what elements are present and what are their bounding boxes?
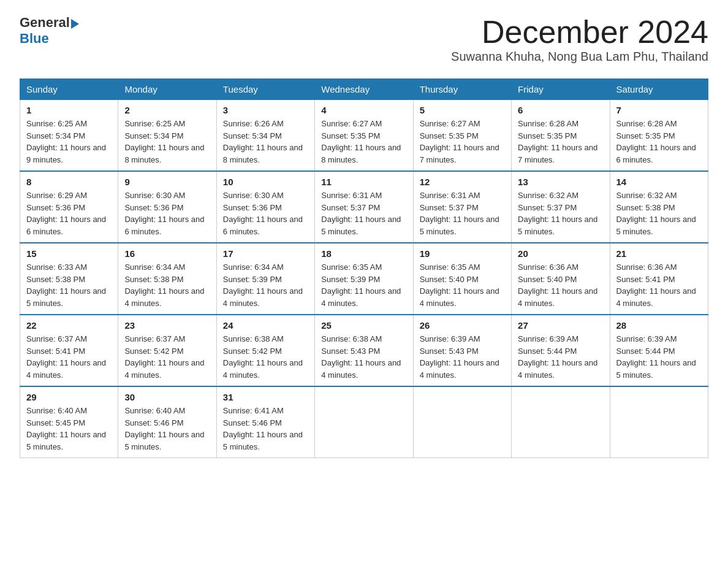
calendar-cell: 30 Sunrise: 6:40 AMSunset: 5:46 PMDaylig… <box>118 386 216 458</box>
day-info: Sunrise: 6:34 AMSunset: 5:39 PMDaylight:… <box>223 262 303 308</box>
day-info: Sunrise: 6:40 AMSunset: 5:46 PMDaylight:… <box>124 406 204 451</box>
calendar-cell: 27 Sunrise: 6:39 AMSunset: 5:44 PMDaylig… <box>512 315 610 386</box>
calendar-cell: 11 Sunrise: 6:31 AMSunset: 5:37 PMDaylig… <box>315 171 413 243</box>
calendar-cell: 3 Sunrise: 6:26 AMSunset: 5:34 PMDayligh… <box>216 100 314 172</box>
calendar-cell: 29 Sunrise: 6:40 AMSunset: 5:45 PMDaylig… <box>20 386 118 458</box>
calendar-table: SundayMondayTuesdayWednesdayThursdayFrid… <box>20 79 708 458</box>
day-header-sunday: Sunday <box>20 79 118 100</box>
day-header-tuesday: Tuesday <box>216 79 314 100</box>
calendar-cell <box>610 386 708 458</box>
day-info: Sunrise: 6:39 AMSunset: 5:44 PMDaylight:… <box>616 334 696 380</box>
day-number: 31 <box>223 392 308 402</box>
calendar-cell <box>413 386 511 458</box>
calendar-cell: 21 Sunrise: 6:36 AMSunset: 5:41 PMDaylig… <box>610 243 708 315</box>
calendar-week-row: 29 Sunrise: 6:40 AMSunset: 5:45 PMDaylig… <box>20 386 708 458</box>
day-info: Sunrise: 6:27 AMSunset: 5:35 PMDaylight:… <box>420 119 499 164</box>
day-header-friday: Friday <box>512 79 610 100</box>
day-number: 19 <box>420 248 505 259</box>
day-info: Sunrise: 6:30 AMSunset: 5:36 PMDaylight:… <box>223 191 303 236</box>
day-number: 1 <box>26 105 112 115</box>
calendar-cell: 13 Sunrise: 6:32 AMSunset: 5:37 PMDaylig… <box>512 171 610 243</box>
calendar-cell: 31 Sunrise: 6:41 AMSunset: 5:46 PMDaylig… <box>216 386 314 458</box>
calendar-cell: 7 Sunrise: 6:28 AMSunset: 5:35 PMDayligh… <box>610 100 708 172</box>
calendar-cell: 24 Sunrise: 6:38 AMSunset: 5:42 PMDaylig… <box>216 315 314 386</box>
day-header-wednesday: Wednesday <box>315 79 413 100</box>
day-info: Sunrise: 6:32 AMSunset: 5:37 PMDaylight:… <box>518 191 597 236</box>
calendar-cell: 9 Sunrise: 6:30 AMSunset: 5:36 PMDayligh… <box>118 171 216 243</box>
day-info: Sunrise: 6:35 AMSunset: 5:39 PMDaylight:… <box>321 262 401 308</box>
logo-blue-text: Blue <box>20 31 49 47</box>
day-number: 28 <box>616 320 702 331</box>
day-number: 29 <box>26 392 112 402</box>
location-subtitle: Suwanna Khuha, Nong Bua Lam Phu, Thailan… <box>451 50 708 64</box>
calendar-cell: 23 Sunrise: 6:37 AMSunset: 5:42 PMDaylig… <box>118 315 216 386</box>
calendar-cell: 15 Sunrise: 6:33 AMSunset: 5:38 PMDaylig… <box>20 243 118 315</box>
day-info: Sunrise: 6:38 AMSunset: 5:42 PMDaylight:… <box>223 334 303 380</box>
day-number: 10 <box>223 177 308 187</box>
day-info: Sunrise: 6:33 AMSunset: 5:38 PMDaylight:… <box>26 262 106 308</box>
day-info: Sunrise: 6:26 AMSunset: 5:34 PMDaylight:… <box>223 119 303 164</box>
day-info: Sunrise: 6:36 AMSunset: 5:41 PMDaylight:… <box>616 262 696 308</box>
calendar-cell: 5 Sunrise: 6:27 AMSunset: 5:35 PMDayligh… <box>413 100 511 172</box>
day-number: 27 <box>518 320 603 331</box>
calendar-cell: 16 Sunrise: 6:34 AMSunset: 5:38 PMDaylig… <box>118 243 216 315</box>
calendar-cell: 12 Sunrise: 6:31 AMSunset: 5:37 PMDaylig… <box>413 171 511 243</box>
day-info: Sunrise: 6:40 AMSunset: 5:45 PMDaylight:… <box>26 406 106 451</box>
day-number: 18 <box>321 248 406 259</box>
day-number: 2 <box>124 105 210 115</box>
day-number: 30 <box>124 392 210 402</box>
day-header-monday: Monday <box>118 79 216 100</box>
day-info: Sunrise: 6:41 AMSunset: 5:46 PMDaylight:… <box>223 406 303 451</box>
calendar-week-row: 22 Sunrise: 6:37 AMSunset: 5:41 PMDaylig… <box>20 315 708 386</box>
day-number: 13 <box>518 177 603 187</box>
day-number: 23 <box>124 320 210 331</box>
calendar-cell: 1 Sunrise: 6:25 AMSunset: 5:34 PMDayligh… <box>20 100 118 172</box>
calendar-cell: 19 Sunrise: 6:35 AMSunset: 5:40 PMDaylig… <box>413 243 511 315</box>
day-number: 21 <box>616 248 702 259</box>
day-info: Sunrise: 6:35 AMSunset: 5:40 PMDaylight:… <box>420 262 499 308</box>
calendar-cell: 2 Sunrise: 6:25 AMSunset: 5:34 PMDayligh… <box>118 100 216 172</box>
day-info: Sunrise: 6:31 AMSunset: 5:37 PMDaylight:… <box>321 191 401 236</box>
day-number: 25 <box>321 320 406 331</box>
day-info: Sunrise: 6:38 AMSunset: 5:43 PMDaylight:… <box>321 334 401 380</box>
day-info: Sunrise: 6:37 AMSunset: 5:42 PMDaylight:… <box>124 334 204 380</box>
day-info: Sunrise: 6:32 AMSunset: 5:38 PMDaylight:… <box>616 191 696 236</box>
calendar-cell: 28 Sunrise: 6:39 AMSunset: 5:44 PMDaylig… <box>610 315 708 386</box>
day-info: Sunrise: 6:28 AMSunset: 5:35 PMDaylight:… <box>616 119 696 164</box>
calendar-cell <box>315 386 413 458</box>
day-info: Sunrise: 6:36 AMSunset: 5:40 PMDaylight:… <box>518 262 597 308</box>
day-header-saturday: Saturday <box>610 79 708 100</box>
day-info: Sunrise: 6:25 AMSunset: 5:34 PMDaylight:… <box>26 119 106 164</box>
calendar-cell: 25 Sunrise: 6:38 AMSunset: 5:43 PMDaylig… <box>315 315 413 386</box>
day-number: 4 <box>321 105 406 115</box>
day-number: 26 <box>420 320 505 331</box>
day-number: 12 <box>420 177 505 187</box>
day-number: 17 <box>223 248 308 259</box>
calendar-cell <box>512 386 610 458</box>
day-number: 11 <box>321 177 406 187</box>
day-info: Sunrise: 6:37 AMSunset: 5:41 PMDaylight:… <box>26 334 106 380</box>
calendar-cell: 20 Sunrise: 6:36 AMSunset: 5:40 PMDaylig… <box>512 243 610 315</box>
day-info: Sunrise: 6:39 AMSunset: 5:44 PMDaylight:… <box>518 334 597 380</box>
day-number: 8 <box>26 177 112 187</box>
day-info: Sunrise: 6:30 AMSunset: 5:36 PMDaylight:… <box>124 191 204 236</box>
day-info: Sunrise: 6:31 AMSunset: 5:37 PMDaylight:… <box>420 191 499 236</box>
calendar-week-row: 15 Sunrise: 6:33 AMSunset: 5:38 PMDaylig… <box>20 243 708 315</box>
logo: General Blue <box>20 15 79 47</box>
calendar-header-row: SundayMondayTuesdayWednesdayThursdayFrid… <box>20 79 708 100</box>
calendar-cell: 26 Sunrise: 6:39 AMSunset: 5:43 PMDaylig… <box>413 315 511 386</box>
logo-general-text: General <box>20 15 70 31</box>
day-number: 6 <box>518 105 603 115</box>
page-header: General Blue December 2024 Suwanna Khuha… <box>20 15 708 74</box>
calendar-cell: 22 Sunrise: 6:37 AMSunset: 5:41 PMDaylig… <box>20 315 118 386</box>
calendar-week-row: 1 Sunrise: 6:25 AMSunset: 5:34 PMDayligh… <box>20 100 708 172</box>
title-block: December 2024 Suwanna Khuha, Nong Bua La… <box>451 15 708 74</box>
day-number: 15 <box>26 248 112 259</box>
calendar-cell: 4 Sunrise: 6:27 AMSunset: 5:35 PMDayligh… <box>315 100 413 172</box>
calendar-cell: 17 Sunrise: 6:34 AMSunset: 5:39 PMDaylig… <box>216 243 314 315</box>
calendar-cell: 6 Sunrise: 6:28 AMSunset: 5:35 PMDayligh… <box>512 100 610 172</box>
day-header-thursday: Thursday <box>413 79 511 100</box>
day-info: Sunrise: 6:25 AMSunset: 5:34 PMDaylight:… <box>124 119 204 164</box>
day-number: 7 <box>616 105 702 115</box>
day-info: Sunrise: 6:34 AMSunset: 5:38 PMDaylight:… <box>124 262 204 308</box>
